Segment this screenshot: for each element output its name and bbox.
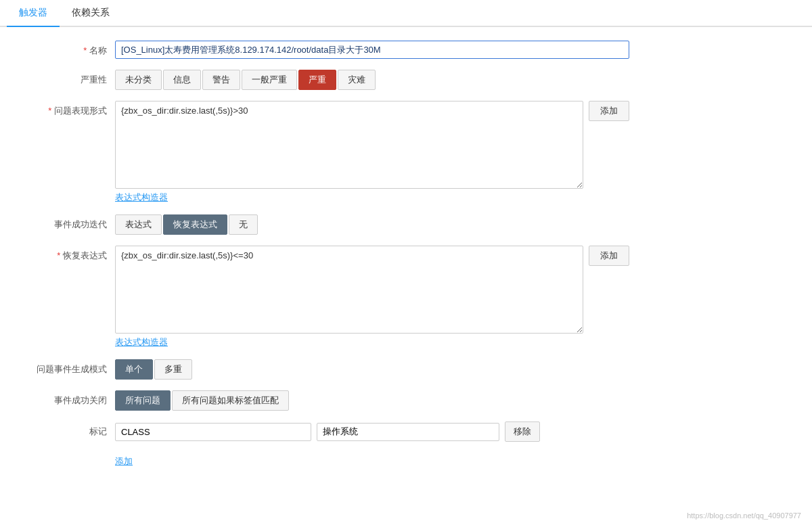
tag-row: 标记 移除 xyxy=(27,421,785,442)
tab-dependencies[interactable]: 依赖关系 xyxy=(60,0,122,27)
name-row: 名称 xyxy=(27,41,785,59)
severity-group: 未分类 信息 警告 一般严重 严重 灾难 xyxy=(115,70,629,90)
recovery-expr-textarea[interactable]: {zbx_os_dir:dir.size.last(,5s)}<=30 xyxy=(115,246,583,334)
iter-expression-btn[interactable]: 表达式 xyxy=(115,214,162,235)
problem-expr-textarea[interactable]: {zbx_os_dir:dir.size.last(,5s)}>30 xyxy=(115,101,583,189)
tag-value-input[interactable] xyxy=(317,423,499,441)
iter-none-btn[interactable]: 无 xyxy=(229,214,258,235)
add-problem-expr-btn[interactable]: 添加 xyxy=(589,101,629,121)
recovery-expr-field: {zbx_os_dir:dir.size.last(,5s)}<=30 添加 表… xyxy=(115,246,629,348)
expr-builder-link2[interactable]: 表达式构造器 xyxy=(115,336,168,348)
problem-gen-row: 问题事件生成模式 单个 多重 xyxy=(27,359,785,380)
tab-triggers[interactable]: 触发器 xyxy=(7,0,60,27)
tag-input-row: 移除 xyxy=(115,421,629,442)
add-tag-link[interactable]: 添加 xyxy=(115,455,133,467)
event-iter-field: 表达式 恢复表达式 无 xyxy=(115,214,629,235)
tab-bar: 触发器 依赖关系 xyxy=(0,0,812,27)
event-close-row: 事件成功关闭 所有问题 所有问题如果标签值匹配 xyxy=(27,390,785,411)
severity-warning[interactable]: 警告 xyxy=(202,70,240,90)
tag-label: 标记 xyxy=(27,421,115,438)
gen-single-btn[interactable]: 单个 xyxy=(115,359,153,380)
problem-expr-wrap: {zbx_os_dir:dir.size.last(,5s)}>30 添加 xyxy=(115,101,629,189)
expr-builder-link1[interactable]: 表达式构造器 xyxy=(115,191,168,204)
event-iter-label: 事件成功迭代 xyxy=(27,214,115,231)
problem-gen-group: 单个 多重 xyxy=(115,359,629,380)
close-success-group: 所有问题 所有问题如果标签值匹配 xyxy=(115,390,629,411)
tag-field: 移除 xyxy=(115,421,629,442)
name-input[interactable] xyxy=(115,41,629,59)
close-tag-match-btn[interactable]: 所有问题如果标签值匹配 xyxy=(172,390,289,411)
recovery-expr-wrap: {zbx_os_dir:dir.size.last(,5s)}<=30 添加 xyxy=(115,246,629,334)
recovery-expr-row: 恢复表达式 {zbx_os_dir:dir.size.last(,5s)}<=3… xyxy=(27,246,785,348)
add-tag-field: 添加 xyxy=(115,453,629,467)
form-container: 名称 严重性 未分类 信息 警告 一般严重 严重 灾难 问题表现形式 {zbx_… xyxy=(0,27,812,492)
tag-name-input[interactable] xyxy=(115,423,311,441)
name-field xyxy=(115,41,629,59)
severity-general[interactable]: 一般严重 xyxy=(242,70,297,90)
severity-info[interactable]: 信息 xyxy=(163,70,201,90)
problem-gen-label: 问题事件生成模式 xyxy=(27,359,115,375)
problem-gen-field: 单个 多重 xyxy=(115,359,629,380)
add-recovery-expr-btn[interactable]: 添加 xyxy=(589,246,629,266)
problem-expr-label: 问题表现形式 xyxy=(27,101,115,117)
event-iter-group: 表达式 恢复表达式 无 xyxy=(115,214,629,235)
event-close-label: 事件成功关闭 xyxy=(27,390,115,407)
remove-tag-btn[interactable]: 移除 xyxy=(505,421,540,442)
problem-expr-row: 问题表现形式 {zbx_os_dir:dir.size.last(,5s)}>3… xyxy=(27,101,785,204)
recovery-expr-label: 恢复表达式 xyxy=(27,246,115,262)
severity-disaster[interactable]: 灾难 xyxy=(338,70,376,90)
add-tag-row: 添加 xyxy=(27,453,785,467)
event-close-field: 所有问题 所有问题如果标签值匹配 xyxy=(115,390,629,411)
gen-multiple-btn[interactable]: 多重 xyxy=(154,359,192,380)
event-iter-row: 事件成功迭代 表达式 恢复表达式 无 xyxy=(27,214,785,235)
severity-field: 未分类 信息 警告 一般严重 严重 灾难 xyxy=(115,70,629,90)
severity-severe[interactable]: 严重 xyxy=(298,70,336,90)
close-all-problems-btn[interactable]: 所有问题 xyxy=(115,390,171,411)
severity-row: 严重性 未分类 信息 警告 一般严重 严重 灾难 xyxy=(27,70,785,90)
severity-label: 严重性 xyxy=(27,70,115,86)
iter-recovery-btn[interactable]: 恢复表达式 xyxy=(163,214,227,235)
problem-expr-field: {zbx_os_dir:dir.size.last(,5s)}>30 添加 表达… xyxy=(115,101,629,204)
severity-unclassified[interactable]: 未分类 xyxy=(115,70,162,90)
name-label: 名称 xyxy=(27,41,115,57)
add-tag-spacer xyxy=(27,453,115,457)
